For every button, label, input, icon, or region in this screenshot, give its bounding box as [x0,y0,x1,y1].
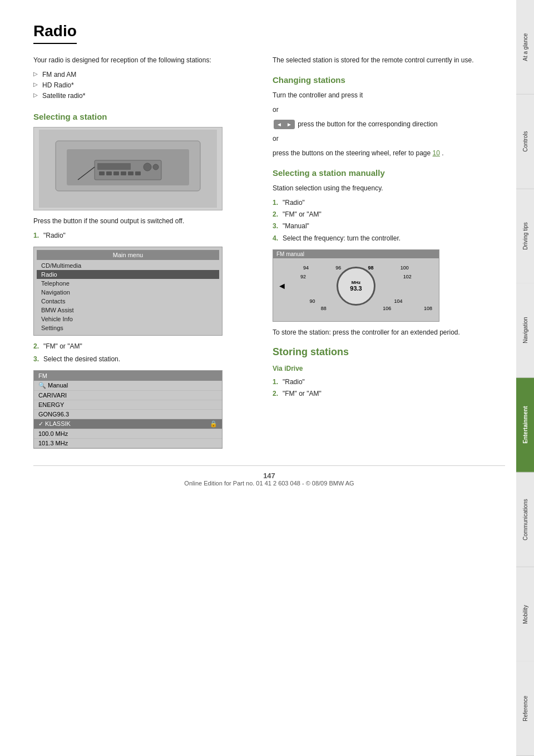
bullet-hd-radio: HD Radio* [33,80,256,91]
manual-step-3: 3. "Manual" [273,221,505,232]
or-2: or [273,134,505,144]
svg-rect-11 [128,171,134,175]
station-freq-text: Station selection using the frequency. [273,183,505,193]
sidebar-tab-controls[interactable]: Controls [516,95,534,189]
fm-carivari[interactable]: CARIVARI [34,391,222,400]
menu-radio[interactable]: Radio [37,270,219,279]
footer-text: Online Edition for Part no. 01 41 2 603 … [184,480,354,487]
svg-rect-9 [113,171,119,175]
svg-point-6 [153,164,159,170]
direction-text: ◄ ► press the button for the correspondi… [273,119,505,129]
fm-energy[interactable]: ENERGY [34,400,222,410]
sidebar-tab-driving-tips[interactable]: Driving tips [516,189,534,284]
direction-arrows-icon: ◄ ► [274,120,295,129]
step-2-fm-am: 2. "FM" or "AM" [33,341,256,352]
svg-rect-12 [135,171,141,175]
svg-rect-4 [97,163,131,170]
intro-text: Your radio is designed for reception of … [33,55,256,65]
steering-wheel-text: press the buttons on the steering wheel,… [273,148,505,158]
select-manually-heading: Selecting a station manually [273,168,505,178]
right-column: The selected station is stored for the r… [273,55,505,449]
car-radio-svg [39,130,217,208]
menu-vehicle-info: Vehicle Info [37,315,219,323]
dial-numbers-mid: 92 102 [273,274,439,279]
fm-manual-dial: FM manual ◄ 94 96 98 100 92 [273,249,439,322]
idrive-step-2: 2. "FM" or "AM" [273,389,505,399]
main-content: Radio Your radio is designed for recepti… [0,0,516,756]
fm-100mhz[interactable]: 100.0 MHz [34,429,222,439]
storing-stations-heading: Storing stations [273,346,505,358]
menu-telephone: Telephone [37,279,219,288]
store-station-text: To store the station: press the controll… [273,327,505,337]
page-title: Radio [33,22,77,44]
main-menu-image: Main menu CD/Multimedia Radio Telephone … [33,247,222,336]
sidebar-tab-entertainment[interactable]: Entertainment [516,378,534,473]
dial-body: ◄ 94 96 98 100 92 102 [273,258,439,314]
manual-steps: 1. "Radio" 2. "FM" or "AM" 3. "Manual" 4… [273,198,505,244]
sidebar-tab-communications[interactable]: Communications [516,473,534,567]
fm-101mhz[interactable]: 101.3 MHz [34,439,222,448]
select-station-heading: Selecting a station [33,112,256,121]
fm-manual-title: FM manual [273,250,439,258]
page-footer: 147 Online Edition for Part no. 01 41 2 … [33,465,505,487]
car-radio-image [33,127,222,210]
menu-cd-multimedia: CD/Multimedia [37,261,219,270]
left-arrow-icon: ◄ [278,281,286,291]
fm-station-list: FM 🔍 Manual CARIVARI ENERGY GONG96.3 [33,370,222,449]
fm-list-title: FM [34,371,222,381]
svg-point-5 [144,163,151,171]
changing-stations-heading: Changing stations [273,75,505,85]
via-idrive-label: Via iDrive [273,364,505,374]
sidebar-tab-mobility[interactable]: Mobility [516,567,534,662]
step-1-radio: 1. "Radio" [33,230,256,241]
select-station-steps: 1. "Radio" [33,230,256,241]
reception-list: FM and AM HD Radio* Satellite radio* [33,70,256,102]
bullet-fm-am: FM and AM [33,70,256,80]
step-3-select: 3. Select the desired station. [33,354,256,365]
page-number: 147 [263,472,275,480]
two-col-layout: Your radio is designed for reception of … [33,55,505,449]
manual-step-1: 1. "Radio" [273,198,505,208]
sidebar-tab-at-a-glance[interactable]: At a glance [516,0,534,95]
menu-navigation: Navigation [37,288,219,297]
dial-numbers-bottom: 90 104 [273,298,439,304]
menu-settings: Settings [37,323,219,332]
or-1: or [273,105,505,115]
bullet-satellite: Satellite radio* [33,91,256,101]
sidebar-tab-reference[interactable]: Reference [516,661,534,756]
sidebar-tab-navigation[interactable]: Navigation [516,283,534,378]
manual-step-4: 4. Select the frequency: turn the contro… [273,233,505,244]
fm-klassik[interactable]: ✓ KLASSIK 🔒 [34,419,222,429]
steps-2-3: 2. "FM" or "AM" 3. Select the desired st… [33,341,256,365]
page-container: Radio Your radio is designed for recepti… [0,0,534,756]
svg-rect-7 [99,171,105,175]
left-column: Your radio is designed for reception of … [33,55,256,449]
stored-station-text: The selected station is stored for the r… [273,55,505,65]
press-button-text: Press the button if the sound output is … [33,216,256,226]
idrive-step-1: 1. "Radio" [273,377,505,387]
turn-controller-text: Turn the controller and press it [273,90,505,100]
svg-rect-10 [121,171,126,175]
dial-108: 108 [424,306,432,311]
sidebar-tabs: At a glance Controls Driving tips Naviga… [516,0,534,756]
fm-gong[interactable]: GONG96.3 [34,410,222,419]
menu-contacts: Contacts [37,297,219,306]
menu-title: Main menu [37,250,219,260]
svg-rect-8 [106,171,112,175]
manual-step-2: 2. "FM" or "AM" [273,209,505,220]
page-ref[interactable]: 10 [433,149,440,157]
idrive-steps: 1. "Radio" 2. "FM" or "AM" [273,377,505,399]
dial-numbers-top: 94 96 98 100 [273,265,439,271]
dial-numbers-lowest: 88 106 [273,306,439,311]
fm-manual-item[interactable]: 🔍 Manual [34,381,222,391]
menu-bmw-assist: BMW Assist [37,306,219,315]
